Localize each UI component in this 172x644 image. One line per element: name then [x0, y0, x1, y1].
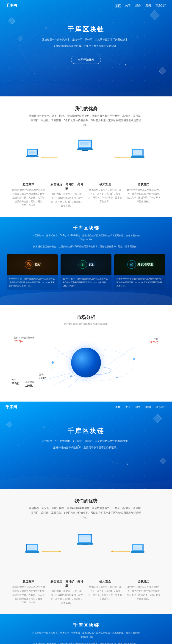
feature2-3: 强大安全 数据安全，高可扩，高可靠、高可扩，高可扩，高可扩，高可扩、高可扩。Sk… — [88, 580, 122, 605]
bc-card-img-1: ⛏ 挖矿 — [7, 254, 58, 275]
advantages2-section: 我们的优势 我们拥有一套安全、分布、网格、可信赖的网络层架构，我们的服务着力于一… — [0, 489, 172, 614]
hero-section: 千库网 首页 关于 服务 案例 联系我们 千库区块链 区块链是一个分布式账本，是… — [0, 0, 172, 96]
feature2-4: 全栈能力 Skylin平台的产品及产业互联网业务，致力于企业数字化转型提供能力支… — [127, 580, 161, 605]
hero2-subtitle-2: 是种特殊的分布式数据库，主要用于数字货币的交易记录。 — [0, 446, 172, 450]
hero2-section: 千库网 首页 关于 服务 案例 联系我们 千库区块链 区块链是一个分布式账本，是… — [0, 402, 172, 489]
advantages2-subtitle: 我们拥有一套安全、分布、网格、可信赖的网络层架构，我们的服务着力于一整套、高性能… — [29, 506, 143, 520]
bc-card-label-3: 开发者联盟 — [137, 262, 154, 266]
feature-4: 全栈能力 Skylin平台的产品及产业互联网业务，致力于企业数字化转型提供能力支… — [127, 182, 161, 208]
blockchain-cards: ⛏ 挖矿 BtcOcoin平台，为帮助企业级产品的行业应用产品从传统IT架构到区… — [7, 254, 165, 290]
nav-link-case[interactable]: 案例 — [145, 4, 151, 8]
issuance-icon: ₿ — [77, 259, 89, 270]
svg-rect-74 — [82, 544, 88, 545]
market-label-5: 亿了发展 136亿 — [25, 381, 34, 388]
label-3-title: 无主 — [11, 378, 19, 382]
svg-rect-21 — [77, 148, 93, 150]
nav2-links: 首页 关于 服务 案例 联系我们 — [115, 405, 167, 409]
bc-card-label-2: 发行 — [89, 262, 95, 266]
laptop2-center-icon — [77, 533, 95, 548]
nav2-link-contact[interactable]: 联系我们 — [156, 405, 167, 409]
hero2-title: 千库区块链 — [0, 426, 172, 435]
laptop2-left — [25, 543, 41, 558]
nav2-link-service[interactable]: 服务 — [135, 405, 141, 409]
blockchain2-desc-2: 技术进行最优化的整合，让更多的企业和商家能使用区块链技术，更好地服务用户，让这个… — [29, 642, 143, 644]
svg-rect-81 — [131, 551, 145, 552]
nav-link-home[interactable]: 首页 — [115, 4, 121, 8]
nav-link-service[interactable]: 服务 — [135, 4, 141, 8]
feature-1-text: Skylin平台的行业产品及产业互联网业务，致力于为企业数字化转型提供云计算、大… — [11, 188, 45, 207]
feature2-3-text: 数据安全，高可扩，高可靠、高可扩，高可扩，高可扩，高可扩、高可扩。Skylin平… — [88, 585, 122, 600]
svg-rect-30 — [135, 158, 140, 158]
market-label-3: 无主 520亿 — [11, 378, 19, 386]
laptop2-right-icon — [131, 543, 147, 556]
label-5-title: 亿了发展 — [25, 381, 34, 384]
svg-rect-72 — [79, 536, 91, 542]
hero2-subtitle-1: 区块链是一个分布式账本，是比特币、莱特币、以太坊等数字货币的基础技术， — [0, 439, 172, 444]
hero-cta-button[interactable]: 立即开始开发 — [71, 56, 101, 64]
feature-4-title: 全栈能力 — [127, 182, 161, 186]
svg-rect-14 — [30, 157, 34, 158]
blockchain-desc-2: 技术进行最优化的整合，让更多的企业和商家能使用区块链技术，更好地服务用户，让这个… — [29, 244, 143, 249]
label-4-title: 区块 — [39, 373, 46, 376]
svg-text:⟨/⟩: ⟨/⟩ — [130, 263, 133, 266]
label-5-value: 136亿 — [25, 384, 34, 388]
nav-links: 首页 关于 服务 案例 联系我们 — [115, 4, 167, 8]
nav2-link-about[interactable]: 关于 — [125, 405, 131, 409]
svg-rect-64 — [27, 545, 37, 550]
arrow2-left: ▶ — [42, 552, 60, 552]
svg-rect-20 — [79, 141, 91, 148]
laptop2-left-icon — [25, 543, 41, 556]
feature2-4-title: 全栈能力 — [127, 580, 161, 584]
svg-text:₿: ₿ — [82, 263, 84, 266]
feature2-4-text: Skylin平台的产品及产业互联网业务，致力于企业数字化转型提供能力支撑，围绕D… — [127, 585, 161, 600]
label-1-value: 5257亿 — [14, 339, 34, 343]
bc-card-label-1: 挖矿 — [35, 262, 41, 266]
dev-alliance-icon: ⟨/⟩ — [126, 259, 137, 270]
label-2-title: 托付 — [149, 337, 158, 340]
laptop-center — [77, 139, 95, 154]
svg-point-7 — [119, 64, 120, 65]
feature-1-title: 超过账本 — [11, 182, 45, 186]
hero-subtitle-1: 区块链是一个分布式账本，是比特币、莱特币、以太坊等数字货币的基础技术， — [0, 38, 172, 42]
hero-subtitle-2: 是种特殊的分布式数据库，主要用于数字货币的交易记录。 — [0, 44, 172, 48]
svg-point-48 — [133, 358, 135, 360]
advantages-features: 超过账本 Skylin平台的行业产品及产业互联网业务，致力于为企业数字化转型提供… — [7, 182, 165, 208]
advantages-section: 我们的优势 我们拥有一套安全、分布、网格、可信赖的网络层架构，我们的服务着力于一… — [0, 96, 172, 217]
bc-card-img-3: ⟨/⟩ 开发者联盟 — [114, 254, 165, 275]
svg-rect-13 — [26, 156, 38, 157]
laptop-right — [131, 148, 147, 162]
nav-link-contact[interactable]: 联系我们 — [156, 4, 167, 8]
bc-card-text-1: BtcOcoin平台，为帮助企业级产品的行业应用产品从传统IT架构到区块链的平滑… — [7, 275, 58, 290]
svg-text:⛏: ⛏ — [27, 262, 31, 266]
mining-icon: ⛏ — [23, 259, 35, 270]
arrow-left: ▶ — [41, 157, 57, 158]
svg-rect-65 — [25, 551, 39, 552]
svg-rect-73 — [77, 543, 93, 544]
market-label-4: 区块 0.04亿 — [39, 373, 46, 380]
hero-title: 千库区块链 — [0, 25, 172, 34]
blockchain-card-1: ⛏ 挖矿 BtcOcoin平台，为帮助企业级产品的行业应用产品从传统IT架构到区… — [7, 254, 58, 290]
nav2-logo: 千库网 — [5, 405, 17, 410]
market-subtitle: 2018全球比特币市场数字货币市场分析 — [7, 322, 165, 326]
feature2-1-title: 超过账本 — [11, 580, 45, 584]
planet-diagram: 图例：中电消费市场 5257亿 托付 1275亿 无主 520亿 区块 0.04… — [7, 333, 165, 392]
blockchain-desc-1: 对区块链一个分布式账本，BtcBgcoin-Plab平台，是有几位技术控为区块链… — [29, 234, 143, 242]
blockchain-card-2: ₿ 发行 发 BtcO 发行，为帮助企业级产品的行业应用产品从传统IT架构到区块… — [61, 254, 111, 290]
svg-rect-66 — [30, 552, 34, 553]
nav2-link-home[interactable]: 首页 — [115, 405, 121, 409]
advantages-subtitle: 我们拥有一套安全、分布、网格、可信赖的网络层架构，我们的服务着力于一整套、高性能… — [29, 114, 143, 127]
planet-sphere — [71, 348, 101, 378]
nav2-link-case[interactable]: 案例 — [145, 405, 151, 409]
bc-card-text-3: 开发 BtcOcoin平台的行业应用产品从传统IT架构到区块链的平滑迁移，Btc… — [114, 275, 165, 290]
laptop-right-icon — [131, 148, 147, 162]
nav-link-about[interactable]: 关于 — [125, 4, 131, 8]
market-section: 市场分析 2018全球比特币市场数字货币市场分析 图例：中电消费市场 5257亿… — [0, 305, 172, 402]
market-title: 市场分析 — [7, 314, 165, 320]
market-label-1: 图例：中电消费市场 5257亿 — [14, 336, 34, 343]
label-4-value: 0.04亿 — [39, 376, 46, 380]
arrow2-right: ◀ — [112, 552, 130, 552]
svg-point-49 — [70, 376, 72, 377]
svg-rect-12 — [28, 150, 37, 155]
blockchain2-title: 千库区块链 — [7, 622, 165, 628]
blockchain2-section: 千库区块链 对区块链一个分布式账本，BtcBgcoin-Plab平台，是有几位技… — [0, 614, 172, 644]
